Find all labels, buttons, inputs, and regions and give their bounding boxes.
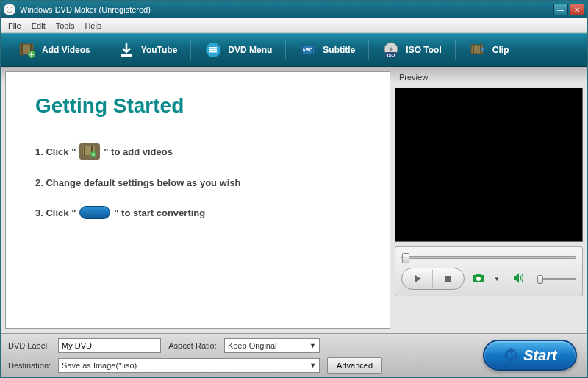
aspect-ratio-combo[interactable]: Keep Original▼ — [224, 338, 320, 353]
step-3: 3. Click " " to start converting — [35, 206, 360, 219]
start-label: Start — [523, 347, 557, 364]
menu-icon — [204, 41, 222, 59]
titlebar: Windows DVD Maker (Unregistered) — ✕ — [1, 1, 587, 18]
add-videos-icon — [18, 41, 36, 59]
play-button[interactable] — [404, 270, 433, 288]
svg-rect-4 — [121, 54, 132, 57]
svg-rect-7 — [209, 49, 217, 51]
refresh-icon — [503, 347, 519, 363]
svg-rect-19 — [480, 43, 481, 55]
stop-button[interactable] — [433, 270, 462, 288]
download-icon — [118, 41, 135, 59]
window-title: Windows DVD Maker (Unregistered) — [20, 5, 553, 14]
play-stop-group — [401, 268, 465, 290]
svg-rect-26 — [476, 274, 481, 276]
svg-text:ISO: ISO — [387, 53, 395, 57]
menu-edit[interactable]: Edit — [27, 20, 50, 32]
dvd-menu-label: DVD Menu — [228, 45, 272, 55]
step-1: 1. Click " " to add videos — [35, 143, 360, 160]
dvd-label-input[interactable] — [58, 338, 161, 353]
clip-button[interactable]: Clip — [462, 38, 517, 62]
svg-rect-24 — [445, 276, 451, 282]
step-2: 2. Change default settings below as you … — [35, 177, 360, 188]
app-window: Windows DVD Maker (Unregistered) — ✕ Fil… — [0, 0, 588, 378]
aspect-ratio-text: Aspect Ratio: — [168, 341, 217, 350]
main-panel: Getting Started 1. Click " " to add vide… — [5, 71, 390, 329]
destination-text: Destination: — [8, 361, 51, 370]
dvd-menu-button[interactable]: DVD Menu — [197, 38, 279, 62]
svg-rect-1 — [21, 43, 23, 56]
svg-text:ABC: ABC — [302, 47, 313, 52]
menu-help[interactable]: Help — [80, 20, 106, 32]
svg-rect-18 — [473, 43, 474, 55]
preview-label: Preview: — [395, 71, 583, 83]
add-videos-label: Add Videos — [42, 45, 90, 55]
start-inline-icon — [79, 206, 110, 219]
youtube-label: YouTube — [141, 45, 178, 55]
subtitle-label: Subtitle — [323, 45, 355, 55]
svg-rect-21 — [84, 146, 85, 156]
close-button[interactable]: ✕ — [570, 4, 584, 15]
subtitle-button[interactable]: ABC Subtitle — [292, 38, 362, 62]
add-videos-button[interactable]: Add Videos — [11, 38, 98, 62]
menubar: File Edit Tools Help — [1, 18, 587, 33]
start-button[interactable]: Start — [483, 340, 577, 371]
svg-rect-8 — [209, 51, 217, 53]
svg-point-14 — [390, 48, 393, 51]
snapshot-button[interactable] — [472, 273, 485, 285]
getting-started-heading: Getting Started — [35, 94, 360, 118]
play-icon — [415, 275, 422, 282]
chevron-down-icon: ▼ — [306, 362, 316, 369]
app-logo-icon — [4, 4, 15, 15]
svg-rect-11 — [302, 43, 304, 54]
iso-icon: ISO — [382, 41, 400, 59]
clip-icon — [469, 41, 487, 59]
youtube-button[interactable]: YouTube — [110, 38, 185, 62]
stop-icon — [445, 276, 451, 282]
volume-thumb[interactable] — [537, 275, 543, 284]
seek-thumb[interactable] — [402, 253, 409, 263]
svg-point-27 — [476, 277, 481, 281]
playback-controls: ▼ — [395, 246, 583, 296]
chevron-down-icon: ▼ — [306, 342, 316, 349]
add-video-inline-icon — [79, 143, 100, 160]
snapshot-dropdown[interactable]: ▼ — [494, 276, 500, 282]
content-area: Getting Started 1. Click " " to add vide… — [1, 67, 587, 333]
menu-tools[interactable]: Tools — [51, 20, 79, 32]
preview-column: Preview: — [395, 71, 583, 329]
dvd-label-text: DVD Label — [8, 341, 51, 350]
clip-label: Clip — [492, 45, 509, 55]
iso-tool-label: ISO Tool — [406, 45, 441, 55]
minimize-button[interactable]: — — [553, 4, 568, 15]
toolbar: Add Videos YouTube DVD Menu ABC Subtitle — [1, 33, 587, 67]
menu-file[interactable]: File — [4, 20, 26, 32]
iso-tool-button[interactable]: ISO ISO Tool — [375, 38, 448, 62]
seek-slider[interactable] — [401, 256, 576, 259]
bottom-bar: DVD Label Aspect Ratio: Keep Original▼ D… — [1, 333, 587, 377]
volume-slider[interactable] — [537, 278, 576, 280]
volume-icon[interactable] — [513, 273, 525, 285]
preview-viewport — [395, 88, 583, 242]
advanced-button[interactable]: Advanced — [327, 357, 382, 374]
svg-rect-12 — [312, 43, 313, 54]
subtitle-icon: ABC — [299, 41, 317, 59]
destination-combo[interactable]: Save as Image(*.iso)▼ — [58, 358, 320, 373]
svg-rect-6 — [209, 47, 217, 49]
